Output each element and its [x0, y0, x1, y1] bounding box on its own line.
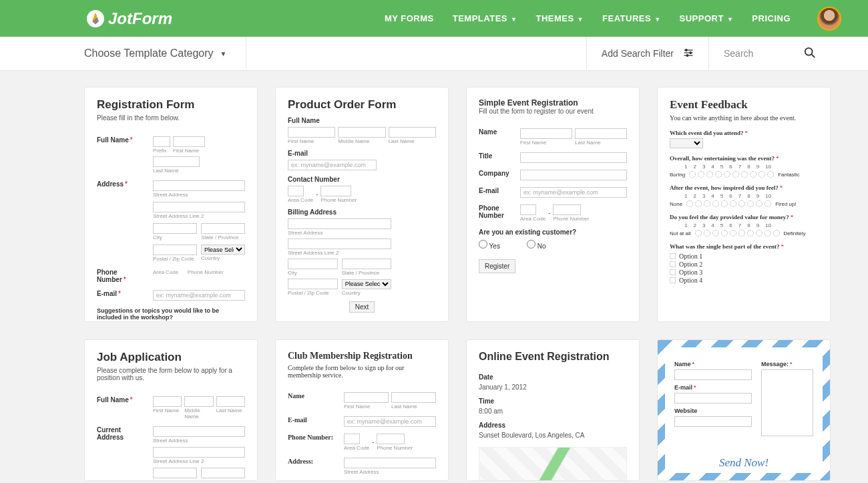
search-input[interactable]: [724, 48, 777, 59]
search-box: [709, 37, 831, 70]
card-title: Registration Form: [97, 98, 245, 112]
filter-icon: [683, 47, 694, 60]
template-card-postcard[interactable]: Name* E-mail* Website Message:* Send Now…: [657, 339, 831, 481]
nav-pricing[interactable]: PRICING: [752, 13, 791, 23]
category-dropdown[interactable]: Choose Template Category ▼: [84, 37, 246, 70]
nav-themes[interactable]: THEMES ▼: [535, 13, 584, 23]
svg-point-4: [690, 51, 692, 53]
chevron-down-icon: ▼: [725, 16, 733, 23]
card-title: Online Event Registration: [479, 351, 627, 363]
chevron-down-icon: ▼: [652, 16, 660, 23]
card-title: Product Order Form: [288, 98, 436, 112]
templates-grid: Registration Form Please fill in the for…: [0, 71, 868, 481]
template-card-event-feedback[interactable]: Event Feedback You can write anything in…: [657, 87, 831, 322]
svg-point-6: [805, 47, 813, 55]
template-card-simple-event[interactable]: Simple Event Registration Fill out the f…: [466, 87, 640, 322]
map-thumbnail: [479, 447, 627, 481]
avatar[interactable]: [817, 7, 841, 31]
brand-text: JotForm: [108, 9, 172, 28]
card-title: Event Feedback: [670, 98, 818, 112]
card-title: Job Application: [97, 351, 245, 364]
add-search-filter[interactable]: Add Search Filter: [587, 37, 709, 70]
svg-point-5: [686, 54, 688, 56]
nav-myforms[interactable]: MY FORMS: [385, 13, 434, 23]
card-subtitle: Please fill in the form below.: [97, 114, 245, 122]
nav-support[interactable]: SUPPORT ▼: [680, 13, 734, 23]
register-button[interactable]: Register: [479, 259, 515, 273]
nav-features[interactable]: FEATURES ▼: [602, 13, 661, 23]
search-icon[interactable]: [804, 47, 816, 61]
toolbar: Choose Template Category ▼ Add Search Fi…: [0, 37, 868, 71]
template-card-club-membership[interactable]: Club Membership Registration Complete th…: [275, 339, 449, 481]
chevron-down-icon: ▼: [576, 16, 584, 23]
card-title: Club Membership Registration: [288, 351, 436, 361]
template-card-registration[interactable]: Registration Form Please fill in the for…: [84, 87, 258, 322]
category-label: Choose Template Category: [84, 47, 214, 59]
chevron-down-icon: ▼: [509, 16, 517, 23]
filter-label: Add Search Filter: [602, 48, 674, 59]
logo-icon: [87, 10, 104, 27]
card-title: Simple Event Registration: [479, 98, 627, 108]
template-card-online-event[interactable]: Online Event Registration Date January 1…: [466, 339, 640, 481]
template-card-product-order[interactable]: Product Order Form Full Name First Name …: [275, 87, 449, 322]
send-now-button[interactable]: Send Now!: [658, 456, 830, 470]
logo[interactable]: JotForm: [87, 9, 172, 28]
main-nav: MY FORMS TEMPLATES ▼ THEMES ▼ FEATURES ▼…: [385, 7, 841, 31]
chevron-down-icon: ▼: [220, 50, 227, 57]
template-card-job-application[interactable]: Job Application Please complete the form…: [84, 339, 258, 481]
nav-templates[interactable]: TEMPLATES ▼: [453, 13, 517, 23]
svg-line-7: [812, 54, 815, 57]
next-button[interactable]: Next: [349, 301, 375, 313]
main-header: JotForm MY FORMS TEMPLATES ▼ THEMES ▼ FE…: [0, 0, 868, 37]
svg-point-3: [686, 49, 688, 51]
